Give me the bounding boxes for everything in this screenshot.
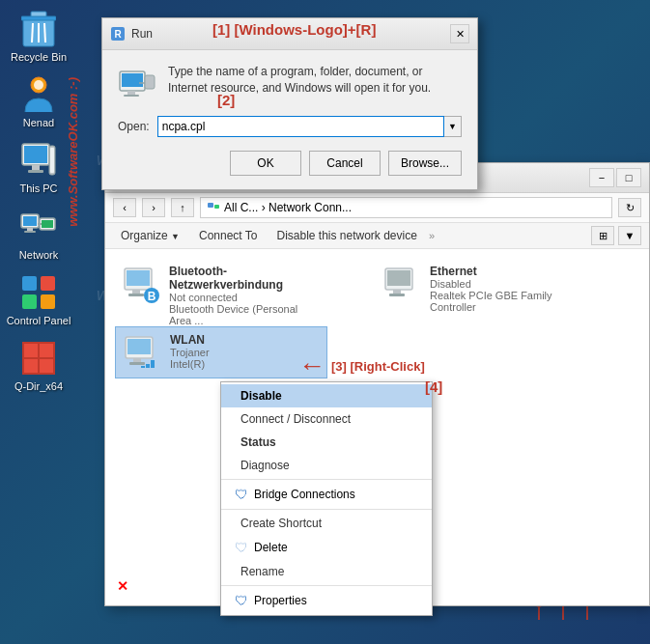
run-buttons-row: OK Cancel Browse... (102, 151, 477, 189)
run-title-text: Run (131, 27, 153, 41)
qdir-label: Q-Dir_x64 (14, 380, 63, 393)
network-toolbar: Organize ▼ Connect To Disable this netwo… (105, 223, 649, 249)
bluetooth-adapter-info: Bluetooth-Netzwerkverbindung Not connect… (169, 265, 322, 326)
network-address-bar: ‹ › ↑ All C... › Network Conn... ↻ (105, 193, 649, 223)
arrow-icon: ← (298, 350, 325, 381)
svg-rect-56 (127, 339, 151, 354)
context-menu-create-shortcut[interactable]: Create Shortcut (221, 512, 432, 535)
svg-rect-26 (24, 344, 38, 357)
network-window-controls: − □ (589, 168, 641, 187)
svg-rect-28 (24, 359, 38, 373)
hint-label-3: [3] [Right-Click] (331, 359, 425, 374)
svg-rect-43 (208, 203, 213, 208)
svg-rect-2 (21, 16, 56, 20)
recycle-bin-icon (19, 10, 58, 48)
context-menu-connect-disconnect[interactable]: Connect / Disconnect (221, 407, 432, 431)
run-input[interactable] (157, 116, 444, 137)
network-window-maximize[interactable]: □ (616, 168, 641, 187)
svg-rect-36 (127, 91, 135, 95)
control-panel-icon (19, 273, 58, 312)
context-menu-sep-2 (221, 509, 432, 510)
address-box[interactable]: All C... › Network Conn... (200, 197, 612, 218)
ethernet-adapter-info: Ethernet Disabled Realtek PCIe GBE Famil… (430, 265, 582, 313)
recycle-bin-label: Recycle Bin (11, 51, 67, 64)
svg-point-7 (34, 80, 43, 90)
network-window-minimize[interactable]: − (589, 168, 614, 187)
hint-label-2: [2] (217, 92, 235, 108)
bridge-shield-icon: 🛡 (235, 487, 248, 502)
ethernet-adapter[interactable]: Ethernet Disabled Realtek PCIe GBE Famil… (376, 259, 588, 319)
run-close-button[interactable]: ✕ (450, 24, 469, 43)
ethernet-driver: Realtek PCIe GBE Family Controller (430, 290, 582, 313)
run-body: Type the name of a program, folder, docu… (102, 50, 477, 116)
svg-rect-48 (128, 294, 144, 296)
svg-rect-61 (141, 366, 145, 368)
nenad-icon (19, 75, 58, 114)
context-menu-bridge[interactable]: 🛡 Bridge Connections (221, 482, 432, 507)
control-panel-label: Control Panel (7, 315, 71, 327)
toolbar-organize-button[interactable]: Organize ▼ (113, 226, 187, 245)
properties-shield-icon: 🛡 (235, 593, 248, 608)
context-menu-rename[interactable]: Rename (221, 560, 432, 583)
run-title-area: R Run (110, 26, 153, 42)
toolbar-more-button[interactable]: » (429, 230, 435, 241)
nav-forward-button[interactable]: › (142, 198, 165, 217)
context-menu-delete: 🛡 Delete (221, 535, 432, 560)
context-menu: Disable Connect / Disconnect Status Diag… (220, 381, 433, 616)
svg-rect-53 (393, 290, 401, 294)
hint-label-1: [1] [Windows-Logo]+[R] (212, 21, 376, 38)
svg-rect-10 (32, 165, 40, 170)
wlan-adapter[interactable]: WLAN Trojaner Intel(R) (115, 326, 327, 378)
delete-shield-icon: 🛡 (235, 540, 248, 555)
svg-rect-24 (41, 294, 55, 309)
wlan-icon (122, 333, 160, 372)
svg-rect-59 (151, 360, 155, 368)
address-icon (207, 201, 220, 214)
svg-rect-13 (50, 148, 54, 173)
properties-label: Properties (254, 594, 307, 607)
toolbar-view-button[interactable]: ⊞ (591, 226, 614, 245)
context-menu-diagnose[interactable]: Diagnose (221, 454, 432, 477)
toolbar-connect-to-button[interactable]: Connect To (191, 226, 266, 245)
desktop-icon-network[interactable]: Network (0, 202, 77, 267)
bluetooth-driver: Bluetooth Device (Personal Area ... (169, 303, 322, 326)
run-input-wrap: ▼ (157, 116, 462, 137)
delete-label: Delete (254, 541, 288, 554)
nav-up-button[interactable]: ↑ (171, 198, 194, 217)
nav-back-button[interactable]: ‹ (113, 198, 136, 217)
svg-text:B: B (148, 290, 156, 303)
svg-rect-44 (214, 205, 219, 209)
context-menu-status[interactable]: Status (221, 431, 432, 454)
toolbar-view-dropdown[interactable]: ▼ (618, 226, 641, 245)
svg-rect-17 (24, 231, 36, 233)
run-title-icon: R (110, 26, 126, 42)
svg-text:R: R (114, 29, 122, 40)
run-browse-button[interactable]: Browse... (388, 151, 462, 176)
svg-rect-27 (40, 344, 53, 357)
desktop-icon-recycle-bin[interactable]: Recycle Bin (0, 4, 77, 70)
svg-rect-22 (41, 276, 55, 291)
nav-refresh-button[interactable]: ↻ (618, 198, 641, 217)
svg-rect-21 (22, 276, 37, 291)
svg-rect-37 (124, 95, 139, 97)
run-ok-button[interactable]: OK (230, 151, 301, 176)
svg-line-5 (44, 23, 45, 42)
wlan-arrow-hint: ← [3] [Right-Click] (298, 350, 425, 381)
nenad-label: Nenad (23, 117, 54, 129)
desktop-icon-nenad[interactable]: Nenad (0, 70, 77, 135)
svg-rect-35 (122, 73, 143, 87)
context-menu-disable[interactable]: Disable (221, 384, 432, 407)
run-dropdown-button[interactable]: ▼ (444, 116, 462, 137)
context-menu-properties[interactable]: 🛡 Properties (221, 588, 432, 613)
toolbar-disable-device-button[interactable]: Disable this network device (268, 226, 424, 245)
context-menu-sep-1 (221, 479, 432, 480)
desktop-icon-qdir[interactable]: Q-Dir_x64 (0, 333, 77, 399)
run-cancel-button[interactable]: Cancel (309, 151, 381, 176)
network-label: Network (19, 249, 58, 262)
svg-rect-11 (28, 170, 43, 173)
desktop-icon-this-pc[interactable]: This PC (0, 135, 77, 201)
svg-rect-47 (132, 290, 140, 294)
desktop-icon-control-panel[interactable]: Control Panel (0, 267, 77, 333)
run-open-label: Open: (118, 120, 150, 133)
network-icon (19, 208, 58, 246)
